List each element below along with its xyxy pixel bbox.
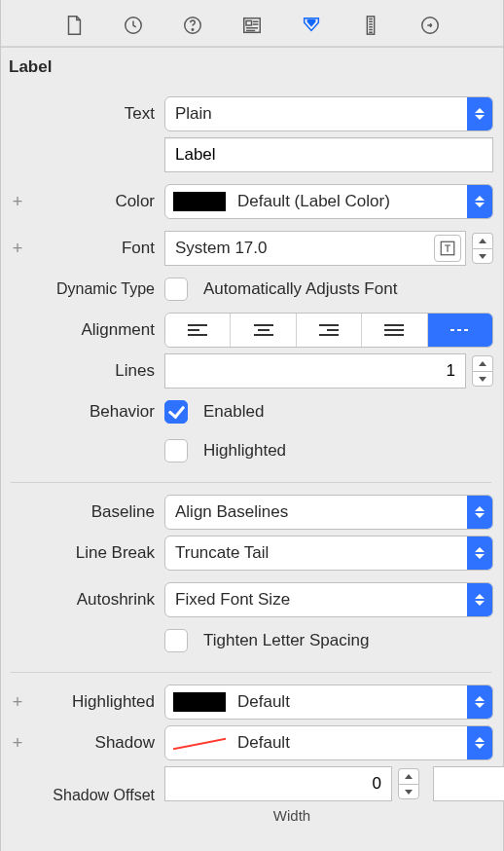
baseline-label: Baseline [26,502,164,522]
highlighted-color-label: Highlighted [26,692,164,712]
align-center-icon[interactable] [231,314,296,347]
attributes-tab-icon[interactable] [301,14,322,37]
linebreak-popup[interactable]: Truncate Tail [164,536,493,571]
behavior-label: Behavior [26,402,164,422]
size-tab-icon[interactable] [360,14,381,37]
inspector-tabs [1,0,503,48]
text-style-popup[interactable]: Plain [164,96,493,131]
align-justify-icon[interactable] [362,314,427,347]
color-label: Color [26,192,164,211]
font-field[interactable]: System 17.0 [164,231,466,266]
form: Text Plain +Color Default (Label Color) … [1,81,503,824]
file-tab-icon[interactable] [63,14,85,37]
highlighted-popup[interactable]: Default [164,684,493,720]
auto-adjusts-label: Automatically Adjusts Font [203,279,397,299]
add-font-icon[interactable]: + [9,240,26,257]
shadow-offset-label: Shadow Offset [26,787,164,804]
alignment-segmented[interactable] [164,313,493,348]
svg-rect-4 [246,20,251,25]
font-stepper[interactable] [472,233,493,264]
offset-width-input[interactable] [164,766,392,801]
align-natural-icon[interactable] [428,314,492,347]
tighten-checkbox[interactable] [164,629,188,652]
auto-adjusts-checkbox[interactable] [164,278,188,301]
highlighted-check-label: Highlighted [203,441,286,461]
identity-tab-icon[interactable] [241,14,263,37]
shadow-label: Shadow [26,733,164,753]
lines-input[interactable] [164,353,466,388]
section-title: Label [1,48,503,81]
divider [11,482,491,483]
offset-width-stepper[interactable] [398,768,419,799]
font-label: Font [26,239,164,258]
text-label: Text [26,104,164,124]
align-right-icon[interactable] [297,314,362,347]
text-value-input[interactable] [164,137,493,172]
add-highlighted-icon[interactable]: + [9,693,26,711]
linebreak-label: Line Break [26,543,164,563]
svg-point-2 [192,29,193,30]
baseline-popup[interactable]: Align Baselines [164,495,493,530]
divider [11,672,491,673]
font-picker-icon[interactable] [434,235,461,262]
attributes-inspector: Label Text Plain +Color Default (Label C… [0,0,504,851]
add-shadow-icon[interactable]: + [9,734,26,752]
tighten-label: Tighten Letter Spacing [203,631,369,650]
highlighted-checkbox[interactable] [164,439,188,462]
offset-height-input[interactable] [433,766,504,801]
height-sublabel: Height [433,807,504,824]
shadow-popup[interactable]: Default [164,725,493,760]
dynamic-type-label: Dynamic Type [26,280,164,298]
color-popup[interactable]: Default (Label Color) [164,184,493,219]
history-tab-icon[interactable] [123,14,144,37]
autoshrink-label: Autoshrink [26,590,164,610]
help-tab-icon[interactable] [182,14,203,37]
align-left-icon[interactable] [165,314,231,347]
lines-stepper[interactable] [472,355,493,387]
width-sublabel: Width [164,807,419,824]
add-color-icon[interactable]: + [9,193,26,210]
lines-label: Lines [26,361,164,381]
connections-tab-icon[interactable] [419,14,441,37]
enabled-checkbox[interactable] [164,400,188,424]
enabled-label: Enabled [203,402,264,422]
alignment-label: Alignment [26,320,164,340]
autoshrink-popup[interactable]: Fixed Font Size [164,582,493,617]
